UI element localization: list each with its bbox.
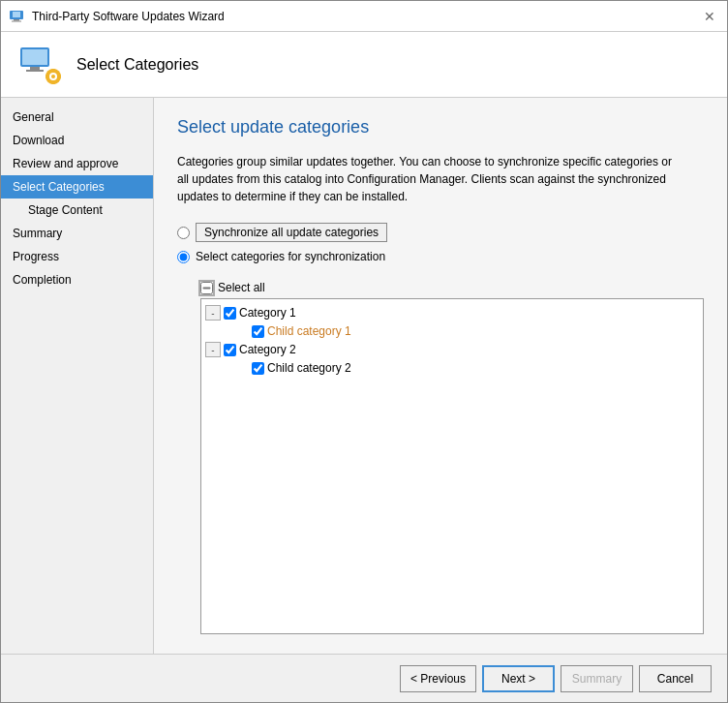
svg-rect-12 — [51, 80, 55, 84]
label-child1: Child category 1 — [267, 324, 351, 338]
svg-rect-1 — [13, 12, 20, 17]
main-content: Select update categories Categories grou… — [154, 98, 727, 654]
label-cat2: Category 2 — [239, 343, 296, 356]
wizard-window: Third-Party Software Updates Wizard ✕ Se… — [0, 0, 728, 703]
sidebar-item-general[interactable]: General — [1, 106, 153, 129]
sidebar-item-download[interactable]: Download — [1, 129, 153, 152]
svg-rect-2 — [14, 19, 19, 21]
checkbox-cat2[interactable] — [224, 344, 236, 356]
header-icon — [16, 42, 63, 88]
tree-row-child1: Child category 1 — [201, 322, 703, 340]
radio-all[interactable] — [177, 227, 190, 239]
radio-specific-label: Select categories for synchronization — [196, 250, 385, 263]
radio-group: Synchronize all update categories Select… — [177, 223, 704, 271]
svg-rect-13 — [46, 75, 49, 78]
sidebar-item-completion[interactable]: Completion — [1, 268, 153, 291]
next-button[interactable]: Next > — [482, 665, 555, 692]
sidebar-item-summary[interactable]: Summary — [1, 222, 153, 245]
svg-rect-7 — [26, 70, 44, 72]
select-all-label: Select all — [218, 281, 265, 294]
label-child2: Child category 2 — [267, 361, 351, 375]
svg-point-10 — [51, 75, 55, 78]
svg-rect-3 — [12, 20, 21, 21]
cancel-button[interactable]: Cancel — [639, 665, 712, 692]
tree-row-cat1: - Category 1 — [201, 303, 703, 322]
footer: < Previous Next > Summary Cancel — [1, 654, 727, 702]
sidebar-item-review[interactable]: Review and approve — [1, 152, 153, 175]
sidebar-item-stage-content[interactable]: Stage Content — [1, 199, 153, 222]
checkbox-child2[interactable] — [252, 362, 264, 375]
description-text: Categories group similar updates togethe… — [177, 153, 681, 205]
tree-box[interactable]: - Category 1 Child category 1 - Category… — [200, 298, 704, 634]
tree-row-cat2: - Category 2 — [201, 340, 703, 359]
select-all-checkbox[interactable] — [200, 282, 213, 294]
close-button[interactable]: ✕ — [700, 7, 719, 26]
summary-button[interactable]: Summary — [561, 665, 633, 692]
title-bar: Third-Party Software Updates Wizard ✕ — [1, 1, 727, 32]
wizard-header: Select Categories — [1, 32, 727, 98]
checkbox-child1[interactable] — [252, 325, 264, 338]
sidebar-item-select-categories[interactable]: Select Categories — [1, 175, 153, 199]
expand-cat2[interactable]: - — [205, 342, 221, 357]
radio-row-all: Synchronize all update categories — [177, 223, 704, 242]
previous-button[interactable]: < Previous — [400, 665, 476, 692]
sidebar-item-progress[interactable]: Progress — [1, 245, 153, 268]
radio-row-specific: Select categories for synchronization — [177, 250, 704, 263]
radio-specific[interactable] — [177, 251, 190, 263]
wizard-content: General Download Review and approve Sele… — [1, 98, 727, 654]
sidebar: General Download Review and approve Sele… — [1, 98, 154, 654]
window-icon — [9, 9, 24, 24]
svg-rect-6 — [30, 67, 40, 70]
window-title: Third-Party Software Updates Wizard — [32, 10, 225, 23]
expand-cat1[interactable]: - — [205, 305, 221, 321]
header-title: Select Categories — [76, 56, 198, 74]
checkbox-cat1[interactable] — [224, 307, 236, 320]
tree-section: Select all - Category 1 Child category 1 — [177, 281, 704, 634]
svg-rect-14 — [57, 75, 61, 78]
label-cat1: Category 1 — [239, 306, 296, 320]
sync-all-button[interactable]: Synchronize all update categories — [196, 223, 387, 242]
svg-rect-5 — [22, 49, 47, 65]
svg-rect-11 — [51, 69, 55, 73]
title-bar-left: Third-Party Software Updates Wizard — [9, 9, 225, 24]
select-all-row: Select all — [200, 281, 704, 294]
tree-row-child2: Child category 2 — [201, 359, 703, 377]
main-title: Select update categories — [177, 117, 704, 138]
